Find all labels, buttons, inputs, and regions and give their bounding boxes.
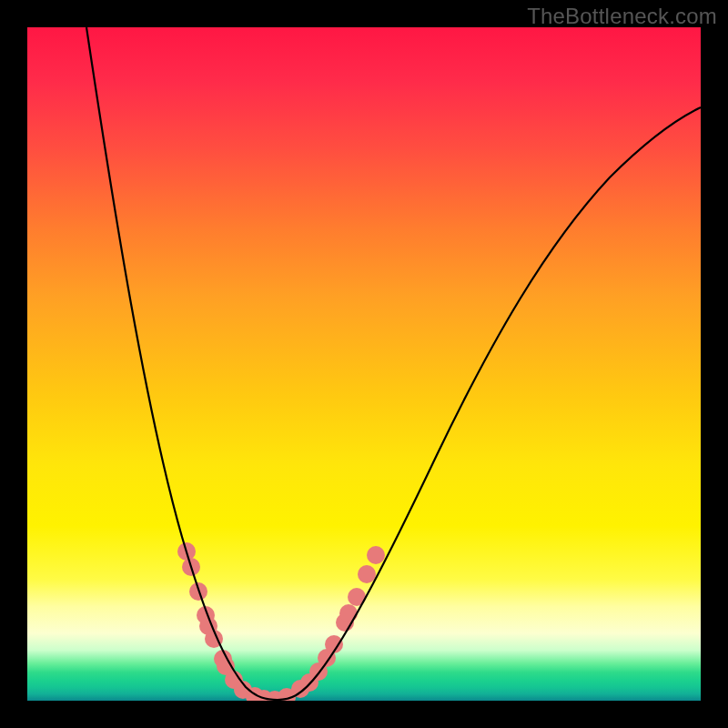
watermark-text: TheBottleneck.com [527, 4, 717, 29]
chart-svg [27, 27, 701, 701]
marker-group [177, 542, 385, 701]
chart-frame: TheBottleneck.com [0, 0, 728, 728]
bottleneck-curve [86, 27, 701, 700]
plot-area [27, 27, 701, 701]
data-marker [358, 565, 376, 583]
data-marker [339, 604, 358, 622]
data-marker [367, 546, 385, 564]
